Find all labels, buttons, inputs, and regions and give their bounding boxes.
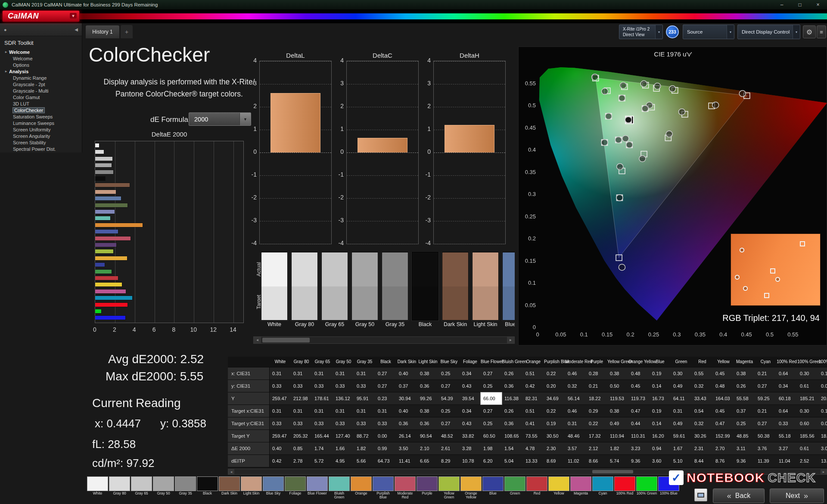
swatch-scrollbar[interactable]: ◄ ►	[253, 336, 515, 344]
chart-title-deltah: DeltaH	[433, 52, 506, 59]
add-tab-button[interactable]: +	[121, 25, 133, 38]
table-cell: 30.50	[544, 430, 565, 442]
sidebar-item-welcome[interactable]: ▸Welcome	[0, 49, 82, 55]
brand-row: CalMAN ▾	[0, 9, 827, 23]
column-header-cyan: Cyan	[755, 357, 776, 367]
sidebar-item-screen-angularity[interactable]: Screen Angularity	[0, 133, 82, 139]
palette-swatch-gray-50: Gray 50	[153, 476, 174, 500]
gridline	[260, 61, 331, 62]
axis-tick-label: 0.1	[519, 280, 536, 286]
palette-swatch-100-green: 100% Green	[636, 476, 657, 500]
table-cell: 54.39	[438, 392, 460, 404]
maximize-button[interactable]: □	[791, 0, 809, 9]
workflow-menu-icon[interactable]: ●	[4, 27, 7, 32]
palette-swatch-blue-flower: Blue Flower	[307, 476, 328, 500]
swatch-label: Dark Skin	[442, 321, 469, 327]
table-cell: 1.67	[671, 442, 692, 454]
cie-measured-marker-100-red	[739, 90, 746, 96]
table-cell: 0.33	[354, 417, 375, 429]
de-formula-dropdown[interactable]: 2000 ▼	[189, 112, 251, 126]
table-cell: 0.36	[502, 380, 523, 392]
sidebar-collapse-icon[interactable]: ◀	[75, 27, 78, 32]
source-dropdown[interactable]: Source ▾	[683, 25, 734, 39]
editable-cell[interactable]: 66.00	[481, 392, 502, 404]
column-header-gray-35: Gray 35	[354, 357, 375, 367]
deltae-bar-cyan	[95, 296, 132, 300]
color-swatch-gray-65	[321, 252, 348, 320]
sidebar-item-3d-lut[interactable]: 3D LUT	[0, 100, 82, 107]
layout-panel-icon[interactable]: ≡	[817, 25, 826, 38]
meter-dropdown[interactable]: X-Rite i1Pro 2 Direct View ▾	[619, 25, 663, 39]
sidebar-item-saturation-sweeps[interactable]: Saturation Sweeps	[0, 113, 82, 120]
sidebar-item-grayscale-multi[interactable]: Grayscale - Multi	[0, 87, 82, 94]
sidebar-item-welcome[interactable]: Welcome	[0, 55, 82, 62]
table-cell: 0.34	[460, 405, 481, 417]
deltae-bar-foliage	[95, 203, 127, 207]
sidebar-item-luminance-sweeps[interactable]: Luminance Sweeps	[0, 120, 82, 126]
sidebar-item-colorchecker[interactable]: ColorChecker	[0, 107, 82, 113]
table-cell: 8.76	[713, 455, 734, 467]
sidebar-item-spectral-power-dist[interactable]: Spectral Power Dist.	[0, 146, 82, 152]
calman-logo-button[interactable]: CalMAN ▾	[2, 10, 80, 22]
table-cell: 60.18	[776, 392, 797, 404]
palette-swatch-purple: Purple	[417, 476, 438, 500]
scroll-left-icon[interactable]: ◄	[254, 337, 261, 343]
chevron-down-icon: ▼	[239, 113, 251, 125]
close-button[interactable]: ×	[809, 0, 827, 9]
next-button[interactable]: Next »	[770, 488, 824, 503]
gear-icon[interactable]: ⚙	[803, 25, 816, 38]
table-cell: 1.66	[333, 442, 354, 454]
sidebar-item-screen-uniformity[interactable]: Screen Uniformity	[0, 126, 82, 133]
sidebar-item-analysis[interactable]: ▸Analysis	[0, 68, 82, 75]
table-cell: 95.91	[354, 392, 375, 404]
palette-color	[395, 476, 416, 491]
table-cell: 0.32	[692, 417, 713, 429]
deltae-bar-black	[95, 177, 105, 180]
sidebar-item-grayscale-2pt[interactable]: Grayscale - 2pt	[0, 81, 82, 87]
scroll-left-icon[interactable]: ◄	[228, 469, 234, 474]
scroll-right-icon[interactable]: ►	[507, 337, 514, 343]
current-reading-fl: fL: 28.58	[92, 438, 136, 451]
axis-tick-label: 0	[536, 331, 539, 338]
tab-history-1[interactable]: History 1	[85, 25, 120, 38]
table-cell: 0.27	[375, 367, 396, 380]
scrollbar-thumb[interactable]	[592, 470, 633, 473]
axis-tick-label: 0.1	[580, 331, 588, 338]
scrollbar-thumb[interactable]	[262, 338, 310, 342]
table-cell: 3.28	[460, 442, 481, 454]
display-control-dropdown[interactable]: Direct Display Control ▾	[737, 25, 800, 39]
table-cell: 0.32	[692, 380, 713, 392]
sidebar-item-label: Screen Uniformity	[13, 127, 50, 132]
display-window-button[interactable]	[694, 488, 707, 501]
table-cell: 3.23	[628, 442, 650, 454]
gridline	[135, 141, 135, 323]
back-button[interactable]: « Back	[713, 488, 765, 503]
cie-measured-marker-blue-flower	[626, 142, 633, 148]
table-cell: 136.12	[333, 392, 354, 404]
cie-measured-marker-100-blue	[619, 264, 625, 270]
axis-tick-label: 0	[246, 148, 257, 155]
sidebar-item-options[interactable]: Options	[0, 62, 82, 68]
sidebar-item-color-gamut[interactable]: Color Gamut	[0, 94, 82, 100]
sidebar-item-screen-stability[interactable]: Screen Stability	[0, 139, 82, 146]
axis-tick-label: 0.35	[695, 331, 706, 338]
deltae-bar-blue	[95, 263, 105, 267]
table-cell: 0.22	[586, 417, 607, 429]
scroll-right-icon[interactable]: ►	[821, 469, 827, 474]
table-cell: 26.14	[396, 430, 417, 442]
palette-color	[131, 476, 152, 491]
table-cell: 0.47	[628, 405, 650, 417]
sidebar-item-dynamic-range[interactable]: Dynamic Range	[0, 75, 82, 81]
axis-tick-label: 0.2	[519, 235, 536, 242]
axis-tick-label: 4	[246, 57, 257, 64]
palette-color	[307, 476, 328, 491]
logo-dropdown-icon[interactable]: ▾	[70, 13, 77, 19]
swatch-label: Gray 80	[291, 321, 318, 327]
table-cell: 48.52	[438, 430, 460, 442]
palette-label: Foliage	[285, 492, 306, 500]
watermark-text-check: CHECK	[768, 470, 816, 485]
gridline	[347, 244, 418, 244]
table-cell: 0.32	[565, 380, 586, 392]
minimize-button[interactable]: –	[773, 0, 791, 9]
palette-color	[87, 476, 108, 491]
